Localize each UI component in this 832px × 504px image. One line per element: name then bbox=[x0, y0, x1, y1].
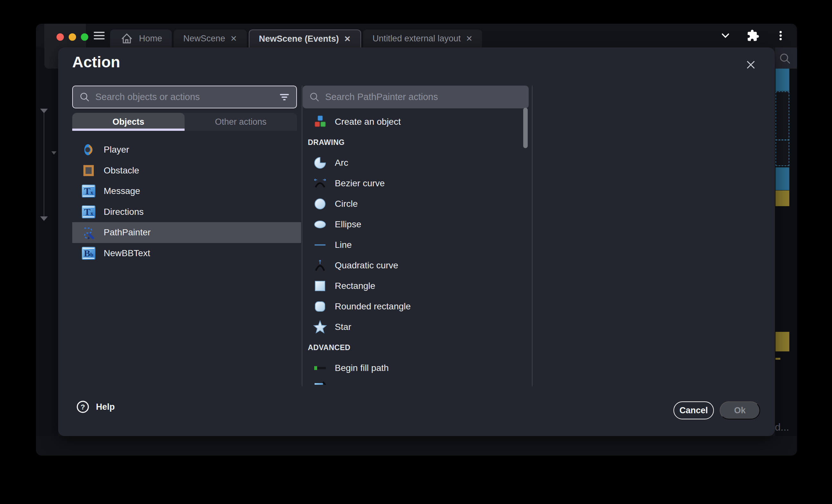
action-label: Arc bbox=[335, 158, 348, 168]
action-label: Circle bbox=[335, 199, 358, 209]
action-row-circle[interactable]: Circle bbox=[303, 194, 521, 214]
search-icon bbox=[309, 92, 320, 103]
event-block-dashed bbox=[776, 91, 789, 166]
tab-other-actions[interactable]: Other actions bbox=[185, 113, 297, 131]
object-row-directions[interactable]: TxDirections bbox=[72, 202, 301, 223]
action-row-create-an-object[interactable]: Create an object bbox=[303, 112, 521, 132]
text-object-icon: Tx bbox=[82, 184, 95, 198]
action-label: Create an object bbox=[335, 117, 400, 127]
tab-label: NewScene bbox=[183, 34, 225, 44]
tree-expander-icon[interactable] bbox=[51, 151, 56, 155]
action-row-star[interactable]: Star bbox=[303, 317, 521, 337]
obstacle-icon bbox=[82, 164, 95, 177]
tab-label: Home bbox=[139, 34, 162, 44]
ok-button[interactable]: Ok bbox=[720, 401, 760, 419]
maximize-window-button[interactable] bbox=[81, 33, 88, 41]
hamburger-menu-icon[interactable] bbox=[94, 30, 105, 41]
object-panel-tabs: Objects Other actions bbox=[72, 113, 297, 131]
tab-objects[interactable]: Objects bbox=[72, 113, 185, 131]
tree-connector-line bbox=[44, 111, 44, 219]
action-label: Bezier curve bbox=[335, 178, 385, 189]
scrollbar-thumb[interactable] bbox=[523, 108, 528, 148]
action-row-begin-fill-path[interactable]: Begin fill path bbox=[303, 358, 521, 378]
titlebar: HomeNewScene✕NewScene (Events)✕Untitled … bbox=[36, 24, 797, 48]
extensions-puzzle-icon[interactable] bbox=[746, 29, 760, 42]
event-block bbox=[776, 167, 789, 190]
object-row-player[interactable]: Player bbox=[72, 139, 301, 160]
overflow-menu-icon[interactable] bbox=[774, 29, 787, 42]
star-icon bbox=[313, 320, 327, 334]
arc-icon bbox=[313, 156, 327, 170]
object-row-pathpainter[interactable]: PathPainter bbox=[72, 222, 301, 243]
action-label: Rectangle bbox=[335, 281, 375, 291]
event-block bbox=[776, 191, 789, 206]
object-label: Obstacle bbox=[104, 165, 139, 176]
events-search-box bbox=[775, 48, 797, 68]
truncated-background-text: d... bbox=[775, 421, 789, 433]
object-row-newbbtext[interactable]: BbNewBBText bbox=[72, 243, 301, 264]
action-row-bezier-curve[interactable]: Bezier curve bbox=[303, 173, 521, 194]
create-object-icon bbox=[313, 115, 327, 129]
editor-tab-newscene-events-[interactable]: NewScene (Events)✕ bbox=[249, 29, 361, 48]
editor-tab-strip: HomeNewScene✕NewScene (Events)✕Untitled … bbox=[110, 29, 482, 48]
action-row-rounded-rectangle[interactable]: Rounded rectangle bbox=[303, 296, 521, 317]
minimize-window-button[interactable] bbox=[69, 33, 76, 41]
begin-fill-path-icon bbox=[313, 361, 327, 375]
section-header-advanced: ADVANCED bbox=[303, 337, 521, 358]
path-painter-icon bbox=[82, 226, 95, 239]
event-block bbox=[776, 332, 789, 352]
partial-item-icon bbox=[313, 382, 327, 385]
action-row-line[interactable]: Line bbox=[303, 235, 521, 255]
action-row-quadratic-curve[interactable]: Quadratic curve bbox=[303, 255, 521, 276]
tab-close-icon[interactable]: ✕ bbox=[344, 35, 351, 43]
help-label: Help bbox=[96, 402, 115, 412]
quadratic-curve-icon bbox=[313, 258, 327, 273]
editor-tab-newscene[interactable]: NewScene✕ bbox=[174, 29, 247, 48]
search-icon[interactable] bbox=[778, 52, 791, 65]
object-label: Directions bbox=[104, 207, 144, 217]
tab-close-icon[interactable]: ✕ bbox=[231, 35, 237, 43]
tree-expander-icon[interactable] bbox=[40, 217, 48, 221]
object-row-obstacle[interactable]: Obstacle bbox=[72, 160, 301, 181]
circle-icon bbox=[313, 197, 327, 211]
actions-search-field bbox=[303, 86, 529, 108]
panel-divider bbox=[532, 86, 532, 386]
search-icon bbox=[79, 92, 90, 103]
objects-search-input[interactable] bbox=[95, 92, 274, 102]
tab-label: Untitled external layout bbox=[373, 34, 461, 44]
action-list: Create an objectDRAWINGArcBezier curveCi… bbox=[303, 112, 521, 385]
object-row-message[interactable]: TxMessage bbox=[72, 181, 301, 202]
object-label: NewBBText bbox=[104, 248, 150, 258]
editor-tab-home[interactable]: Home bbox=[110, 29, 172, 48]
rectangle-icon bbox=[313, 279, 327, 293]
background-bottom-strip bbox=[36, 436, 797, 455]
objects-search-field bbox=[72, 86, 297, 108]
dialog-close-icon[interactable] bbox=[744, 58, 758, 72]
background-left-panel bbox=[36, 48, 58, 455]
event-dashed-divider bbox=[776, 139, 789, 140]
close-window-button[interactable] bbox=[56, 33, 64, 41]
filter-icon[interactable] bbox=[279, 92, 290, 102]
event-block bbox=[776, 68, 789, 91]
tab-close-icon[interactable]: ✕ bbox=[466, 35, 472, 43]
action-label: Star bbox=[335, 322, 351, 332]
tab-label: NewScene (Events) bbox=[259, 34, 339, 44]
help-button[interactable]: ? Help bbox=[76, 400, 115, 414]
editor-tab-untitled-external-layout[interactable]: Untitled external layout✕ bbox=[363, 29, 483, 48]
section-header-drawing: DRAWING bbox=[303, 132, 521, 152]
player-icon bbox=[82, 143, 95, 157]
panel-divider bbox=[302, 86, 302, 386]
action-row-ellipse[interactable]: Ellipse bbox=[303, 214, 521, 235]
svg-text:?: ? bbox=[81, 403, 85, 411]
action-label: Rounded rectangle bbox=[335, 301, 411, 312]
tree-expander-icon[interactable] bbox=[40, 109, 48, 113]
cancel-button[interactable]: Cancel bbox=[673, 401, 714, 419]
line-icon bbox=[313, 238, 327, 252]
action-row-partial[interactable] bbox=[303, 378, 521, 385]
action-row-arc[interactable]: Arc bbox=[303, 152, 521, 173]
object-label: Player bbox=[104, 145, 129, 155]
action-label: Ellipse bbox=[335, 219, 361, 229]
actions-search-input[interactable] bbox=[325, 92, 522, 102]
action-row-rectangle[interactable]: Rectangle bbox=[303, 276, 521, 296]
chevron-down-icon[interactable] bbox=[719, 29, 732, 42]
